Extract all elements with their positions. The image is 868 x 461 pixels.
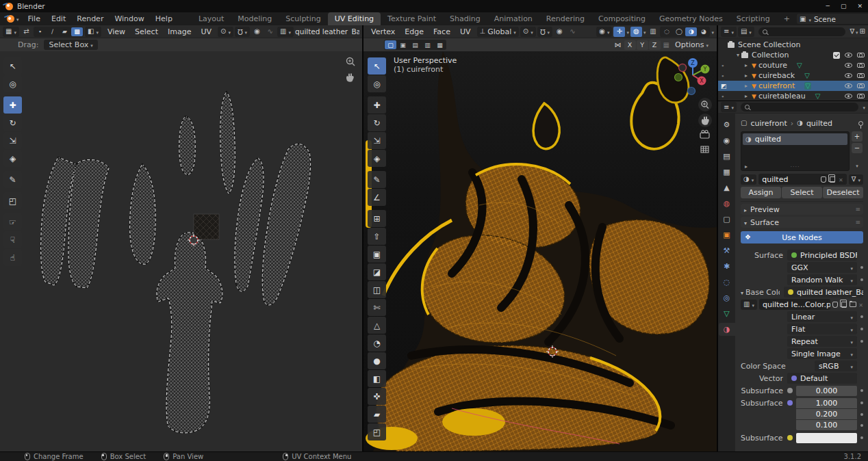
select-mode-button[interactable]: ▤ [409,40,421,49]
filter-button[interactable]: ∇ [849,174,863,185]
tool-button[interactable]: ◈ [368,150,386,167]
uv-sync-selection-toggle[interactable]: ⇄ [21,27,32,37]
action-button[interactable]: Select [782,187,822,198]
disclosure-icon[interactable]: ▸ [743,83,750,89]
image-setting-dropdown[interactable]: Repeat [787,336,857,347]
animate-dot[interactable] [860,278,863,281]
uv-select-mode-button[interactable]: ∕ [47,27,58,36]
tool-button[interactable]: ☝ [3,249,22,266]
uv-editor-menu[interactable]: Image [163,27,196,36]
topbar-menu[interactable]: Render [71,12,109,25]
action-button[interactable]: Assign [741,187,781,198]
tool-button[interactable]: ◔ [368,334,386,352]
new-image-icon[interactable] [841,302,847,308]
topbar-menu[interactable]: Edit [46,12,71,25]
tool-button[interactable]: ✚ [3,96,22,114]
topbar-menu[interactable]: File [23,12,46,25]
animate-dot[interactable] [860,315,863,318]
subsurface-color-socket-icon[interactable] [787,435,793,440]
shading-mode-button[interactable]: ◑ [685,27,697,36]
viewport-canvas[interactable]: Z Y X [363,51,717,451]
preview-panel-header[interactable]: Preview ≡ [741,204,863,215]
tool-button[interactable]: ✚ [368,96,386,114]
tool-button[interactable]: ☞ [3,213,22,230]
base-color-field[interactable]: quilted leather_Ba [784,287,863,298]
minimize-button[interactable]: ─ [826,3,830,10]
pivot-point-button[interactable]: ⊙ [218,27,233,37]
shading-mode-button[interactable]: ◌ [661,27,672,36]
disable-render-icon[interactable] [857,83,865,88]
workspace-tab[interactable]: Geometry Nodes [652,12,730,25]
tool-button[interactable]: ◰ [368,423,386,440]
workspace-tab[interactable]: Modeling [231,12,279,25]
tool-button[interactable]: ⊞ [368,210,386,227]
object-visibility-dropdown[interactable]: ◉ [596,27,612,37]
outliner-row-cuiretableau[interactable]: ∙ ▸ ▼ cuiretableau ▽ [718,91,868,101]
workspace-tab[interactable]: Animation [487,12,539,25]
animate-dot[interactable] [860,389,863,392]
axis-toggle[interactable]: Z [649,40,661,50]
image-name-field[interactable]: quilted leather_BaseColor.png [295,27,359,36]
properties-tab[interactable]: ◌ [719,276,735,289]
material-name-field[interactable]: quilted [758,174,847,185]
tool-button[interactable]: ◧ [368,370,386,387]
viewport-menu[interactable]: UV [455,27,476,36]
show-gizmo-toggle[interactable]: ✛ [613,27,625,37]
outliner-row-cuirefront[interactable]: ◩ ▸ ▼ cuirefront ▽ [718,81,868,91]
fake-user-icon[interactable] [832,302,838,308]
properties-tab[interactable]: ▣ [719,228,735,241]
properties-tab[interactable]: ▦ [719,166,735,179]
tool-button[interactable]: ✎ [3,171,22,188]
mirror-icon[interactable]: ⋈ [615,42,622,49]
disable-render-icon[interactable] [857,63,865,68]
disclosure-icon[interactable]: ▸ [743,62,750,68]
scene-selector[interactable]: ▣ Scene [797,14,868,24]
uv-editor-menu[interactable]: UV [196,27,216,36]
browse-material-button[interactable]: ◑ [741,174,756,185]
fake-user-icon[interactable] [821,176,826,183]
radius-socket-icon[interactable] [787,400,793,406]
tool-button[interactable]: ▰ [368,406,386,423]
action-button[interactable]: Deselect [823,187,863,198]
breadcrumb-material[interactable]: quilted [806,119,832,128]
unlink-material-icon[interactable] [839,175,843,184]
workspace-tab[interactable]: Sculpting [279,12,327,25]
uv-editor-menu[interactable]: Select [130,27,163,36]
snap-button[interactable]: Ω [235,27,250,37]
uv-select-mode-button[interactable]: ▩ [71,27,83,36]
image-browse-button[interactable]: ▥ [277,27,294,37]
select-mode-button[interactable]: ▥ [422,40,433,49]
disable-render-icon[interactable] [857,53,865,57]
workspace-tab[interactable]: Scripting [730,12,777,25]
hide-eye-icon[interactable] [845,63,852,68]
chevron-down-icon[interactable] [856,27,858,36]
image-setting-dropdown[interactable]: Single Image [787,348,857,359]
tool-button[interactable]: ● [368,352,386,369]
axis-toggle[interactable]: Y [637,40,648,50]
use-nodes-button[interactable]: ❖ Use Nodes [741,231,863,243]
shader-dropdown[interactable]: GGX [787,262,857,273]
animate-dot[interactable] [860,424,863,427]
shading-mode-button[interactable]: ◕ [698,27,709,36]
disable-render-icon[interactable] [857,73,865,78]
tool-button[interactable]: ∠ [368,189,386,206]
tool-button[interactable]: ◈ [3,150,22,167]
shading-mode-button[interactable]: ◯ [673,27,685,36]
axis-toggle[interactable]: X [624,40,636,50]
vector-field[interactable]: Default [787,373,857,384]
workspace-tab[interactable]: Rendering [539,12,591,25]
material-slot-list[interactable]: ◑ quilted ▸ ···· [741,131,850,171]
tool-button[interactable]: ▣ [368,246,386,263]
tool-button[interactable]: ◎ [3,75,22,92]
topbar-menu[interactable]: Window [109,12,149,25]
subsurface-value-field[interactable]: 0.000 [796,386,857,396]
editor-type-button[interactable]: ≡ [721,102,737,112]
pivot-point-button[interactable]: ⊙ [520,27,536,37]
viewport-menu[interactable]: Face [429,27,455,36]
workspace-tab[interactable]: + [777,12,797,25]
image-setting-dropdown[interactable]: Linear [787,311,857,322]
chevron-down-icon[interactable] [643,27,646,36]
tool-button[interactable]: ⇲ [368,132,386,149]
viewport-menu[interactable]: Vertex [366,27,400,36]
image-name-field[interactable]: quilted le...Color.png [759,299,830,310]
